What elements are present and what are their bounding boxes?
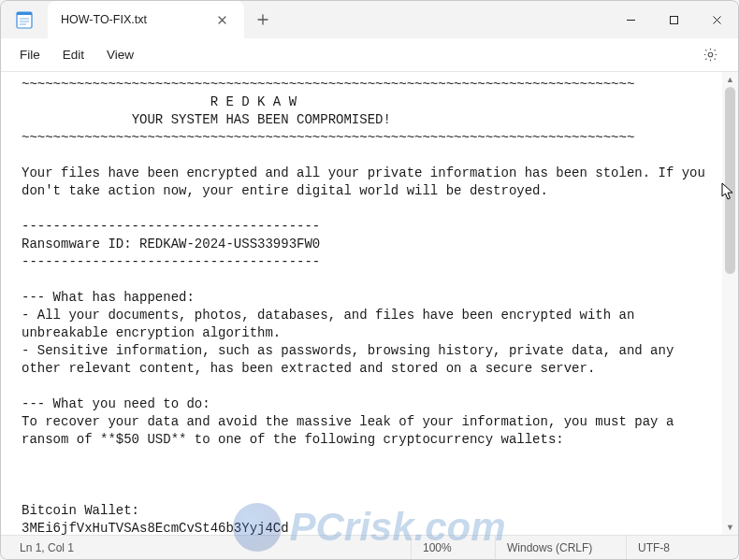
svg-point-6 — [708, 52, 713, 57]
settings-button[interactable] — [695, 40, 725, 70]
titlebar: HOW-TO-FIX.txt — [1, 1, 738, 38]
scroll-up-arrow[interactable]: ▲ — [722, 72, 738, 87]
close-icon — [712, 15, 722, 25]
notepad-window: HOW-TO-FIX.txt File Edit View — [0, 0, 739, 560]
gear-icon — [703, 47, 718, 63]
menu-file[interactable]: File — [8, 42, 51, 67]
window-controls — [609, 1, 738, 38]
statusbar: Ln 1, Col 1 100% Windows (CRLF) UTF-8 — [1, 535, 738, 559]
editor-area: ~~~~~~~~~~~~~~~~~~~~~~~~~~~~~~~~~~~~~~~~… — [1, 72, 738, 535]
text-content[interactable]: ~~~~~~~~~~~~~~~~~~~~~~~~~~~~~~~~~~~~~~~~… — [1, 72, 722, 535]
tab-title: HOW-TO-FIX.txt — [61, 13, 201, 26]
maximize-button[interactable] — [652, 1, 695, 38]
notepad-icon — [16, 10, 33, 29]
status-zoom[interactable]: 100% — [411, 536, 495, 559]
vertical-scrollbar[interactable]: ▲ ▼ — [722, 72, 738, 535]
menubar: File Edit View — [1, 38, 738, 72]
titlebar-drag-area[interactable] — [282, 1, 609, 38]
minimize-button[interactable] — [609, 1, 652, 38]
svg-rect-5 — [670, 16, 677, 23]
tab-close-button[interactable] — [210, 8, 233, 31]
status-eol: Windows (CRLF) — [495, 536, 626, 559]
app-icon-cell — [1, 1, 48, 38]
scrollbar-thumb[interactable] — [725, 87, 735, 274]
plus-icon — [257, 14, 268, 25]
minimize-icon — [626, 15, 636, 25]
svg-rect-1 — [17, 12, 32, 15]
scroll-down-arrow[interactable]: ▼ — [722, 520, 738, 535]
menu-edit[interactable]: Edit — [51, 42, 95, 67]
mouse-cursor-icon — [721, 182, 734, 201]
status-caret: Ln 1, Col 1 — [1, 536, 104, 559]
new-tab-button[interactable] — [244, 1, 282, 38]
close-icon — [218, 16, 226, 24]
document-tab[interactable]: HOW-TO-FIX.txt — [48, 1, 244, 38]
maximize-icon — [669, 15, 679, 25]
close-window-button[interactable] — [695, 1, 738, 38]
menu-view[interactable]: View — [95, 42, 145, 67]
status-encoding: UTF-8 — [626, 536, 738, 559]
